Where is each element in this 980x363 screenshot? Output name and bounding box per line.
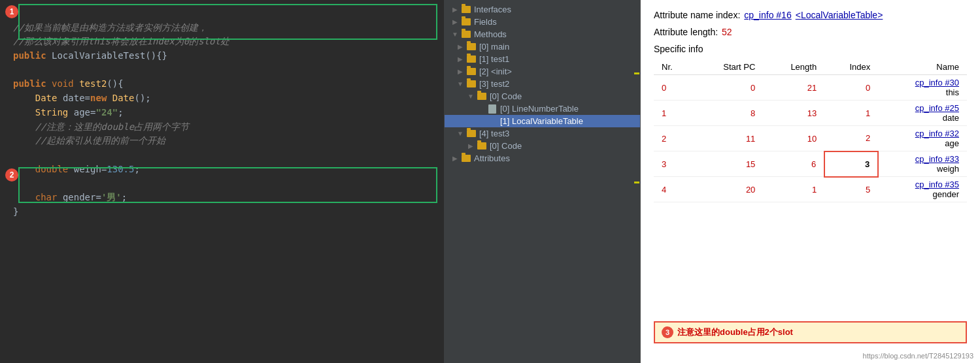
folder-icon-test1 — [465, 55, 477, 64]
label-init: [2] <init> — [479, 67, 512, 76]
name-text-3: weigh — [937, 164, 959, 174]
label-main: [0] main — [479, 42, 509, 52]
link-1[interactable]: cp_info #25 — [915, 103, 959, 113]
arrow-interfaces: ▶ — [450, 6, 460, 13]
cell-index-1: 1 — [824, 101, 878, 126]
name-text-0: this — [946, 87, 959, 97]
tree-item-main[interactable]: ▶ [0] main — [445, 40, 640, 53]
attr-name-row: Attribute name index: cp_info #16 <Local… — [654, 10, 967, 20]
arrow-fields: ▶ — [450, 18, 460, 25]
arrow-attributes: ▶ — [450, 155, 460, 162]
tree-item-attributes[interactable]: ▶ Attributes — [445, 152, 640, 165]
folder-icon-test2 — [465, 80, 477, 89]
tree-item-methods[interactable]: ▼ Methods — [445, 28, 640, 40]
cell-length-2: 10 — [763, 126, 824, 151]
cell-index-0: 0 — [824, 75, 878, 101]
badge-3: 3 — [662, 326, 673, 338]
label-test1: [1] test1 — [479, 54, 509, 64]
blank-1 — [13, 65, 18, 75]
attr-name-label: Attribute name index: — [654, 10, 740, 20]
code-panel: 1 2 //如果当前帧是由构造方法或者实例方法创建， //那么该对象引用this… — [0, 0, 445, 363]
data-table: Nr. Start PC Length Index Name 00210cp_i… — [654, 59, 967, 202]
cell-start-0: 0 — [693, 75, 764, 101]
cell-start-4: 20 — [693, 177, 764, 202]
close-brace: } — [13, 206, 18, 217]
name-text-2: age — [945, 138, 959, 148]
arrow-linenumbertable — [476, 105, 486, 112]
arrow-localvariabletable — [476, 118, 486, 125]
link-3[interactable]: cp_info #33 — [915, 154, 959, 164]
date-line: Date date=new Date(); — [13, 93, 151, 103]
label-interfaces: Interfaces — [474, 5, 511, 14]
link-2[interactable]: cp_info #32 — [915, 129, 959, 138]
scroll-mark-1 — [634, 72, 639, 74]
file-icon-linenumbertable — [486, 104, 498, 114]
attr-length-row: Attribute length: 52 — [654, 27, 967, 37]
arrow-test3: ▼ — [455, 130, 465, 137]
attr-name-link[interactable]: cp_info #16 — [744, 10, 791, 20]
blank-2 — [13, 150, 18, 160]
tree-item-code0[interactable]: ▼ [0] Code — [445, 90, 640, 103]
tree-item-interfaces[interactable]: ▶ Interfaces — [445, 3, 640, 16]
link-4[interactable]: cp_info #35 — [915, 180, 959, 189]
tree-item-init[interactable]: ▶ [2] <init> — [445, 65, 640, 78]
tree-item-fields[interactable]: ▶ Fields — [445, 16, 640, 28]
cell-index-4: 5 — [824, 177, 878, 202]
cell-name-4: cp_info #35gender — [878, 177, 967, 202]
table-row: 42015cp_info #35gender — [654, 177, 967, 202]
folder-icon-attributes — [460, 154, 472, 163]
arrow-code1: ▶ — [465, 142, 476, 150]
tree-item-test3[interactable]: ▼ [4] test3 — [445, 127, 640, 140]
name-text-4: gender — [933, 189, 959, 199]
cell-index-2: 2 — [824, 126, 878, 151]
cell-length-1: 13 — [763, 101, 824, 126]
tree-panel: ▶ Interfaces ▶ Fields ▼ Methods ▶ [0] ma… — [445, 0, 641, 363]
arrow-test2: ▼ — [455, 80, 465, 87]
link-0[interactable]: cp_info #30 — [915, 78, 959, 87]
label-test2: [3] test2 — [479, 79, 509, 89]
comment-2a: //注意：这里的double占用两个字节 — [13, 121, 189, 132]
cell-length-0: 21 — [763, 75, 824, 101]
label-methods: Methods — [474, 29, 507, 39]
badge-2: 2 — [5, 168, 18, 182]
tree-item-linenumbertable[interactable]: [0] LineNumberTable — [445, 103, 640, 115]
cell-nr-2: 2 — [654, 126, 693, 151]
folder-icon-init — [465, 67, 477, 76]
cell-name-2: cp_info #32age — [878, 126, 967, 151]
scroll-mark-2 — [634, 182, 639, 183]
arrow-init: ▶ — [455, 68, 465, 75]
table-row: 00210cp_info #30this — [654, 75, 967, 101]
cell-name-1: cp_info #25date — [878, 101, 967, 126]
scroll-marks — [634, 0, 640, 363]
cell-index-3: 3 — [824, 151, 878, 177]
label-code1: [0] Code — [490, 141, 522, 151]
tree-item-code1[interactable]: ▶ [0] Code — [445, 140, 640, 152]
annotation-box-1 — [18, 4, 437, 40]
arrow-main: ▶ — [455, 43, 465, 50]
table-row: 18131cp_info #25date — [654, 101, 967, 126]
cell-nr-3: 3 — [654, 151, 693, 177]
label-localvariabletable: [1] LocalVariableTable — [500, 116, 583, 126]
folder-icon-code0 — [476, 92, 488, 101]
folder-icon-test3 — [465, 129, 477, 138]
tree-item-test1[interactable]: ▶ [1] test1 — [445, 53, 640, 65]
info-panel: Attribute name index: cp_info #16 <Local… — [641, 0, 980, 363]
cell-start-1: 8 — [693, 101, 764, 126]
attr-name-value[interactable]: <LocalVariableTable> — [796, 10, 883, 20]
folder-icon-interfaces — [460, 5, 472, 14]
tree-item-localvariabletable[interactable]: [1] LocalVariableTable — [445, 115, 640, 127]
table-row: 211102cp_info #32age — [654, 126, 967, 151]
col-index: Index — [824, 59, 878, 75]
cell-length-4: 1 — [763, 177, 824, 202]
label-code0: [0] Code — [490, 91, 522, 101]
tree-item-test2[interactable]: ▼ [3] test2 — [445, 78, 640, 90]
annotation-3-text: 注意这里的double占用2个slot — [677, 326, 793, 338]
cell-start-2: 11 — [693, 126, 764, 151]
url-bar: https://blog.csdn.net/T2845129193 — [863, 352, 973, 360]
col-nr: Nr. — [654, 59, 693, 75]
col-start-pc: Start PC — [693, 59, 764, 75]
file-icon-localvariabletable — [486, 117, 498, 126]
cell-name-3: cp_info #33weigh — [878, 151, 967, 177]
constructor-line: public LocalVariableTest(){} — [13, 50, 167, 61]
table-row: 31563cp_info #33weigh — [654, 151, 967, 177]
